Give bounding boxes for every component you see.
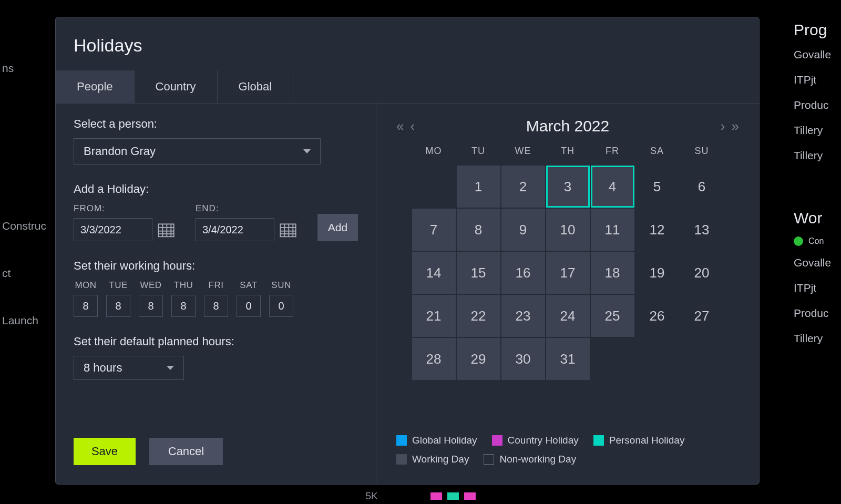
month-label: March 2022 <box>526 117 609 135</box>
calendar-day-cell[interactable]: 19 <box>635 252 679 294</box>
form-pane: Select a person: Brandon Gray Add a Holi… <box>56 104 376 484</box>
end-date-input[interactable] <box>196 218 274 241</box>
hours-input[interactable] <box>171 295 196 317</box>
tab-bar: People Country Global <box>56 70 759 104</box>
calendar-day-cell <box>591 338 634 380</box>
calendar-day-cell[interactable]: 2 <box>501 166 545 208</box>
calendar-day-cell[interactable]: 9 <box>501 209 545 251</box>
calendar-day-cell[interactable]: 23 <box>501 295 545 337</box>
bg-item: Tillery <box>794 332 841 345</box>
background-right-panel: Prog Govalle ITPjt Produc Tillery Tiller… <box>794 21 841 504</box>
day-of-week-header: SU <box>680 146 724 165</box>
hours-input[interactable] <box>74 295 98 317</box>
calendar-day-cell[interactable]: 31 <box>546 338 590 380</box>
calendar-day-cell[interactable]: 24 <box>546 295 590 337</box>
modal-title: Holidays <box>56 17 759 70</box>
from-date-input[interactable] <box>74 218 152 241</box>
calendar-day-cell[interactable]: 17 <box>546 252 590 294</box>
calendar-day-cell[interactable]: 22 <box>457 295 500 337</box>
calendar-day-cell[interactable]: 3 <box>546 166 590 208</box>
planned-hours-label: Set their default planned hours: <box>74 335 358 348</box>
working-hours-day: MON <box>74 280 98 317</box>
calendar-day-cell[interactable]: 18 <box>591 252 634 294</box>
bg-item: Tillery <box>794 124 841 137</box>
day-of-week-header: WE <box>501 146 546 165</box>
person-select-value: Brandon Gray <box>84 145 156 158</box>
calendar-day-cell[interactable]: 6 <box>680 166 724 208</box>
tab-global[interactable]: Global <box>218 70 294 103</box>
prev-year-icon[interactable]: « <box>396 118 404 135</box>
legend-item: Personal Holiday <box>593 435 685 446</box>
calendar-day-cell[interactable]: 30 <box>501 338 545 380</box>
planned-hours-select[interactable]: 8 hours <box>74 356 184 380</box>
legend-swatch-icon <box>492 435 502 446</box>
calendar-day-cell[interactable]: 14 <box>412 252 456 294</box>
bg-item: Produc <box>794 307 841 320</box>
day-abbr: WED <box>140 280 161 291</box>
calendar-day-cell[interactable]: 15 <box>457 252 500 294</box>
hours-input[interactable] <box>204 295 228 317</box>
day-abbr: TUE <box>109 280 128 291</box>
calendar-day-cell[interactable]: 1 <box>457 166 500 208</box>
calendar-day-cell[interactable]: 27 <box>680 295 724 337</box>
calendar-day-cell[interactable]: 10 <box>546 209 590 251</box>
working-hours-day: SUN <box>269 280 293 317</box>
bg-item: ITPjt <box>794 74 841 86</box>
hours-input[interactable] <box>106 295 130 317</box>
legend-label: Working Day <box>412 454 469 465</box>
next-year-icon[interactable]: » <box>732 118 739 135</box>
calendar-day-cell[interactable]: 4 <box>591 166 634 208</box>
calendar-day-cell <box>412 166 456 208</box>
legend-label: Global Holiday <box>412 435 477 446</box>
day-of-week-header: TU <box>456 146 501 165</box>
hours-input[interactable] <box>237 295 261 317</box>
calendar-day-cell[interactable]: 16 <box>501 252 545 294</box>
calendar-day-cell[interactable]: 7 <box>412 209 456 251</box>
calendar-day-cell[interactable]: 20 <box>680 252 724 294</box>
save-button[interactable]: Save <box>74 438 136 465</box>
calendar-icon[interactable] <box>280 222 296 238</box>
chevron-down-icon <box>167 366 174 370</box>
prev-month-icon[interactable]: ‹ <box>410 118 415 135</box>
tab-country[interactable]: Country <box>135 70 218 103</box>
bg-heading: Prog <box>794 21 841 39</box>
bg-heading: Wor <box>794 209 841 227</box>
add-button[interactable]: Add <box>317 214 358 241</box>
person-select[interactable]: Brandon Gray <box>74 138 321 164</box>
working-hours-day: SAT <box>237 280 261 317</box>
calendar-day-cell[interactable]: 11 <box>591 209 634 251</box>
calendar-day-cell[interactable]: 26 <box>635 295 679 337</box>
cancel-button[interactable]: Cancel <box>149 438 223 465</box>
working-hours-label: Set their working hours: <box>74 259 358 273</box>
hours-input[interactable] <box>269 295 293 317</box>
calendar-day-cell[interactable]: 29 <box>457 338 500 380</box>
calendar-day-cell[interactable]: 13 <box>680 209 724 251</box>
day-of-week-header: FR <box>590 146 635 165</box>
legend-swatch-icon <box>396 454 407 465</box>
background-left-panel: ns Construc ct Launch <box>0 0 53 504</box>
bg-scale-label: 5K <box>365 490 377 502</box>
legend-item: Working Day <box>396 454 469 465</box>
segment-icon <box>464 492 476 500</box>
hours-input[interactable] <box>139 295 163 317</box>
calendar-day-cell[interactable]: 12 <box>635 209 679 251</box>
calendar-day-cell[interactable]: 21 <box>412 295 456 337</box>
calendar-day-cell <box>680 338 724 380</box>
next-month-icon[interactable]: › <box>721 118 725 135</box>
calendar-day-cell[interactable]: 8 <box>457 209 500 251</box>
calendar-icon[interactable] <box>158 222 175 238</box>
bg-item: Tillery <box>794 149 841 162</box>
calendar-day-cell[interactable]: 5 <box>635 166 679 208</box>
working-hours-day: WED <box>139 280 163 317</box>
calendar-day-cell[interactable]: 28 <box>412 338 456 380</box>
tab-people[interactable]: People <box>56 70 135 103</box>
day-of-week-header: TH <box>546 146 590 165</box>
select-person-label: Select a person: <box>74 117 358 131</box>
legend-swatch-icon <box>396 435 407 446</box>
calendar-day-cell <box>635 338 679 380</box>
legend-item: Country Holiday <box>492 435 579 446</box>
bg-item: ct <box>0 263 53 284</box>
status-dot-icon <box>794 236 803 246</box>
calendar-day-cell[interactable]: 25 <box>591 295 634 337</box>
legend-swatch-icon <box>593 435 604 446</box>
